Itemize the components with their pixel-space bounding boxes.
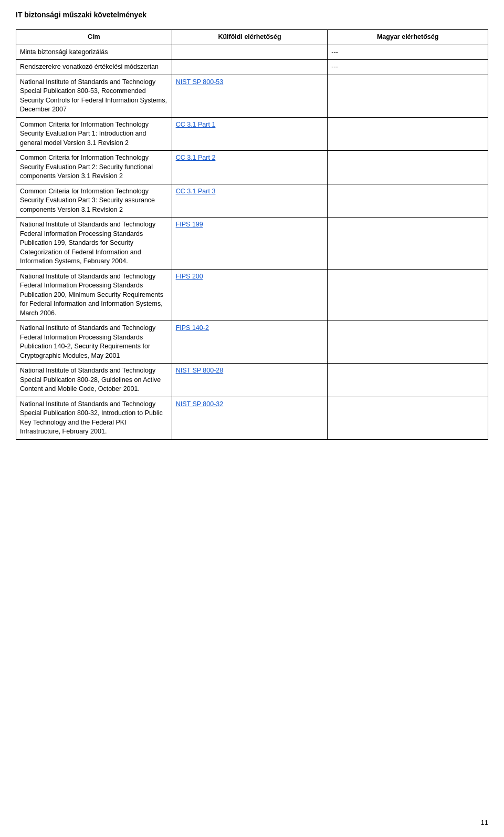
- cell-magy-9: [328, 364, 488, 397]
- main-table: Cím Külföldi elérhetőség Magyar elérhető…: [16, 29, 488, 440]
- cell-cim-10: National Institute of Standards and Tech…: [16, 397, 172, 439]
- table-row: Common Criteria for Information Technolo…: [16, 151, 488, 184]
- cell-kulf-1[interactable]: [172, 60, 328, 75]
- cell-cim-9: National Institute of Standards and Tech…: [16, 364, 172, 397]
- cell-magy-0: ---: [328, 45, 488, 60]
- cell-magy-5: [328, 184, 488, 218]
- cell-magy-1: ---: [328, 60, 488, 75]
- cell-cim-2: National Institute of Standards and Tech…: [16, 75, 172, 117]
- table-row: National Institute of Standards and Tech…: [16, 269, 488, 321]
- table-row: Minta biztonsági kategorizálás---: [16, 45, 488, 60]
- table-row: National Institute of Standards and Tech…: [16, 364, 488, 397]
- cell-kulf-3[interactable]: CC 3.1 Part 1: [172, 117, 328, 151]
- header-magy: Magyar elérhetőség: [328, 30, 488, 45]
- cell-kulf-2[interactable]: NIST SP 800-53: [172, 75, 328, 117]
- cell-magy-2: [328, 75, 488, 117]
- cell-cim-0: Minta biztonsági kategorizálás: [16, 45, 172, 60]
- cell-kulf-4[interactable]: CC 3.1 Part 2: [172, 151, 328, 184]
- cell-cim-4: Common Criteria for Information Technolo…: [16, 151, 172, 184]
- header-cim: Cím: [16, 30, 172, 45]
- cell-kulf-8[interactable]: FIPS 140-2: [172, 321, 328, 364]
- cell-cim-3: Common Criteria for Information Technolo…: [16, 117, 172, 151]
- header-kulf: Külföldi elérhetőség: [172, 30, 328, 45]
- table-row: National Institute of Standards and Tech…: [16, 218, 488, 270]
- cell-cim-1: Rendszerekre vonatkozó értékelési módsze…: [16, 60, 172, 75]
- cell-cim-5: Common Criteria for Information Technolo…: [16, 184, 172, 218]
- page-number: 11: [481, 819, 488, 826]
- cell-magy-7: [328, 269, 488, 321]
- table-row: Common Criteria for Information Technolo…: [16, 117, 488, 151]
- cell-kulf-10[interactable]: NIST SP 800-32: [172, 397, 328, 439]
- table-row: Common Criteria for Information Technolo…: [16, 184, 488, 218]
- cell-magy-8: [328, 321, 488, 364]
- cell-cim-8: National Institute of Standards and Tech…: [16, 321, 172, 364]
- table-row: Rendszerekre vonatkozó értékelési módsze…: [16, 60, 488, 75]
- cell-cim-7: National Institute of Standards and Tech…: [16, 269, 172, 321]
- page-title: IT biztonsági műszaki követelmények: [16, 11, 488, 19]
- cell-kulf-5[interactable]: CC 3.1 Part 3: [172, 184, 328, 218]
- cell-magy-10: [328, 397, 488, 439]
- cell-kulf-0[interactable]: [172, 45, 328, 60]
- table-row: National Institute of Standards and Tech…: [16, 397, 488, 439]
- table-row: National Institute of Standards and Tech…: [16, 75, 488, 117]
- table-row: National Institute of Standards and Tech…: [16, 321, 488, 364]
- cell-kulf-7[interactable]: FIPS 200: [172, 269, 328, 321]
- cell-magy-4: [328, 151, 488, 184]
- cell-magy-6: [328, 218, 488, 270]
- cell-cim-6: National Institute of Standards and Tech…: [16, 218, 172, 270]
- cell-magy-3: [328, 117, 488, 151]
- cell-kulf-6[interactable]: FIPS 199: [172, 218, 328, 270]
- cell-kulf-9[interactable]: NIST SP 800-28: [172, 364, 328, 397]
